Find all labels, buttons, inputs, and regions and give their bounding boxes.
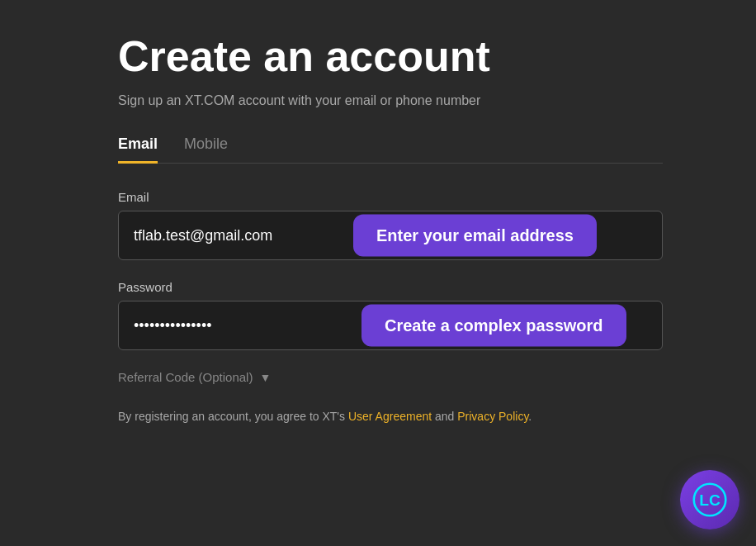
password-input-row: Create a complex password xyxy=(118,301,663,350)
tab-bar: Email Mobile xyxy=(118,135,663,164)
page-title: Create an account xyxy=(118,33,663,80)
chat-widget-button[interactable]: LC xyxy=(680,470,739,529)
referral-label: Referral Code (Optional) xyxy=(118,370,253,384)
tab-mobile[interactable]: Mobile xyxy=(184,135,228,164)
tab-email[interactable]: Email xyxy=(118,135,158,164)
user-agreement-link[interactable]: User Agreement xyxy=(348,410,432,423)
password-input[interactable] xyxy=(118,301,663,350)
page-subtitle: Sign up an XT.COM account with your emai… xyxy=(118,93,663,108)
referral-row[interactable]: Referral Code (Optional) ▼ xyxy=(118,370,663,384)
svg-text:LC: LC xyxy=(699,491,721,509)
email-input[interactable] xyxy=(118,211,663,260)
email-input-row: Enter your email address xyxy=(118,211,663,260)
page-container: Create an account Sign up an XT.COM acco… xyxy=(102,0,679,459)
privacy-policy-link[interactable]: Privacy Policy xyxy=(457,410,528,423)
chevron-down-icon: ▼ xyxy=(259,371,271,384)
agreement-text: By registering an account, you agree to … xyxy=(118,407,663,425)
password-label: Password xyxy=(118,280,663,294)
email-label: Email xyxy=(118,190,663,204)
email-form-group: Email Enter your email address xyxy=(118,190,663,260)
agreement-before: By registering an account, you agree to … xyxy=(118,410,348,423)
password-form-group: Password Create a complex password xyxy=(118,280,663,350)
agreement-after: . xyxy=(528,410,532,423)
agreement-middle: and xyxy=(432,410,457,423)
